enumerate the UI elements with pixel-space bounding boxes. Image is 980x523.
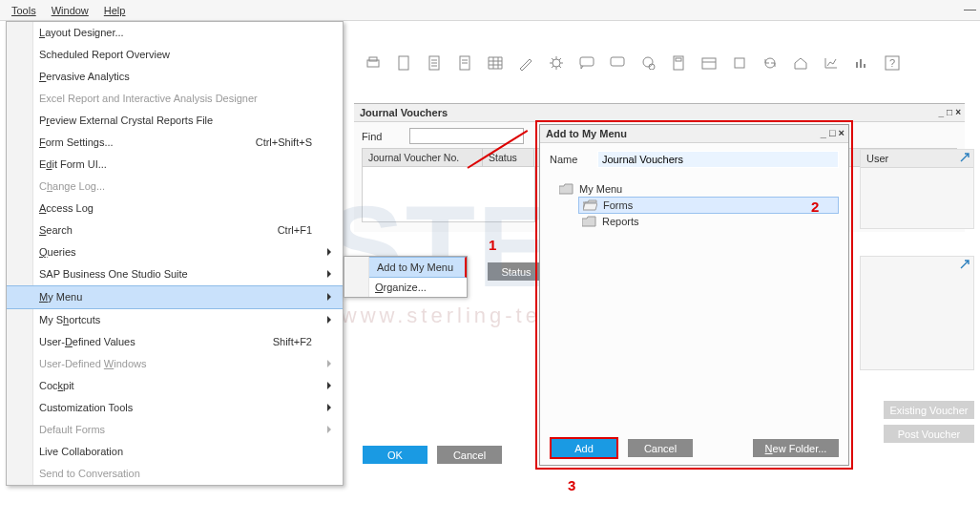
tb-cal-icon[interactable] (699, 53, 719, 73)
tb-box-icon[interactable] (729, 53, 750, 73)
tb-help-icon[interactable]: ? (882, 53, 903, 73)
jv-min-icon[interactable]: _ (939, 107, 945, 117)
folder-open-icon (583, 199, 597, 211)
mi-studio[interactable]: SAP Business One Studio Suite (7, 263, 343, 285)
my-menu-submenu: Add to My Menu Organize... (344, 256, 468, 298)
addmm-titlebar[interactable]: Add to My Menu _ □ × (540, 125, 848, 143)
jv-title-text: Journal Vouchers (360, 107, 448, 118)
jv-titlebar[interactable]: Journal Vouchers _ □ × (354, 104, 965, 122)
mi-change-log: Change Log... (7, 176, 343, 198)
mi-preview-crystal[interactable]: Preview External Crystal Reports File (7, 110, 343, 132)
mi-cockpit[interactable]: Cockpit (7, 375, 343, 397)
mi-default-forms: Default Forms (7, 419, 343, 441)
svg-rect-8 (580, 57, 594, 66)
mi-search[interactable]: SearchCtrl+F1 (7, 220, 343, 241)
tree-root-label: My Menu (579, 183, 622, 195)
tree-root[interactable]: My Menu (555, 181, 839, 197)
jv-close-icon[interactable]: × (955, 107, 961, 117)
tb-bar-icon[interactable] (851, 53, 872, 73)
tb-chat-icon[interactable] (576, 53, 597, 73)
svg-rect-13 (676, 58, 681, 61)
post-voucher-button[interactable]: Post Voucher (884, 425, 974, 443)
add-to-my-menu-dialog: Add to My Menu _ □ × Name My Menu Forms (539, 124, 849, 466)
menu-tools[interactable]: Tools (4, 2, 44, 19)
mi-custom[interactable]: Customization Tools (7, 397, 343, 419)
mi-edit-form-ui[interactable]: Edit Form UI... (7, 154, 343, 176)
tree-forms[interactable]: Forms (578, 197, 839, 214)
jv-ok-button[interactable]: OK (363, 446, 427, 464)
toolbar-icons: ? (363, 52, 974, 74)
side-link-icon[interactable] (959, 152, 970, 163)
mi-form-settings[interactable]: Form Settings...Ctrl+Shift+S (7, 132, 343, 154)
tb-doc2-icon[interactable] (424, 53, 445, 73)
addmm-tree: My Menu Forms Reports (550, 181, 839, 229)
jv-cancel-button[interactable]: Cancel (437, 446, 502, 464)
annotation-3: 3 (568, 477, 575, 493)
tree-reports-label: Reports (602, 216, 639, 227)
jv-max-icon[interactable]: □ (947, 107, 952, 117)
mi-layout-designer[interactable]: Layout Designer... (7, 22, 343, 44)
mi-access-log[interactable]: Access Log (7, 198, 343, 220)
jv-find-label: Find (362, 131, 402, 142)
mi-pervasive[interactable]: Pervasive Analytics (7, 66, 343, 88)
side-user-header: User (861, 150, 973, 168)
window-controls: — (964, 2, 976, 16)
jv-status-button[interactable]: Status (488, 262, 545, 281)
svg-rect-9 (611, 57, 624, 66)
addmm-name-input[interactable] (597, 151, 839, 168)
mi-live-collab[interactable]: Live Collaboration (7, 441, 343, 463)
side-panel-top: User (860, 149, 974, 229)
tb-form-icon[interactable] (668, 53, 689, 73)
tb-list-icon[interactable] (637, 53, 658, 73)
addmm-new-folder-button[interactable]: New Folder... (753, 439, 839, 457)
addmm-name-label: Name (550, 154, 588, 165)
addmm-min-icon[interactable]: _ (821, 127, 826, 138)
tb-doc3-icon[interactable] (454, 53, 475, 73)
addmm-close-icon[interactable]: × (839, 127, 844, 138)
jv-bottom-buttons: OK Cancel (363, 446, 502, 464)
tb-chart-icon[interactable] (821, 53, 842, 73)
addmm-title-text: Add to My Menu (546, 128, 627, 139)
tb-pencil2-icon[interactable] (515, 53, 536, 73)
tb-bubble-icon[interactable] (607, 53, 628, 73)
annotation-1: 1 (489, 237, 496, 253)
tb-doc1-icon[interactable] (393, 53, 414, 73)
jv-grid-body[interactable] (362, 167, 535, 222)
mi-queries[interactable]: Queries (7, 241, 343, 263)
mi-excel-report: Excel Report and Interactive Analysis De… (7, 88, 343, 110)
jv-col-status-header[interactable]: Status (483, 149, 534, 166)
svg-rect-15 (735, 58, 744, 68)
tree-reports[interactable]: Reports (578, 214, 839, 229)
minimize-icon[interactable]: — (964, 2, 976, 16)
tb-grid-icon[interactable] (485, 53, 506, 73)
mi-my-menu[interactable]: My Menu (7, 285, 343, 309)
menubar: Tools Window Help (0, 0, 980, 21)
addmm-add-button[interactable]: Add (552, 439, 616, 457)
folder-icon (559, 183, 573, 195)
svg-rect-14 (702, 58, 716, 69)
addmm-max-icon[interactable]: □ (829, 127, 836, 138)
svg-point-7 (553, 59, 560, 67)
tools-dropdown: Layout Designer... Scheduled Report Over… (6, 21, 344, 486)
existing-voucher-button[interactable]: Existing Voucher (884, 401, 974, 419)
mi-send-conv: Send to Conversation (7, 463, 343, 485)
side-panel-bottom (860, 256, 974, 370)
mi-udw: User-Defined Windows (7, 353, 343, 375)
tb-print-icon[interactable] (363, 53, 384, 73)
mi-shortcuts[interactable]: My Shortcuts (7, 309, 343, 331)
tb-gear-icon[interactable] (546, 53, 567, 73)
menu-window[interactable]: Window (44, 2, 96, 19)
addmm-buttons: Add Cancel New Folder... (550, 437, 839, 459)
tb-cycle-icon[interactable] (760, 53, 781, 73)
jv-col-no-header[interactable]: Journal Voucher No. (363, 149, 483, 166)
mi-sched-report[interactable]: Scheduled Report Overview (7, 44, 343, 66)
mi-udv[interactable]: User-Defined ValuesShift+F2 (7, 331, 343, 353)
side-link2-icon[interactable] (959, 259, 970, 270)
jv-find-input[interactable] (409, 128, 524, 144)
addmm-cancel-button[interactable]: Cancel (628, 439, 693, 457)
svg-text:?: ? (889, 57, 895, 69)
menu-help[interactable]: Help (96, 2, 134, 19)
svg-point-10 (643, 57, 653, 67)
tb-house-icon[interactable] (790, 53, 811, 73)
folder-icon (582, 216, 596, 227)
